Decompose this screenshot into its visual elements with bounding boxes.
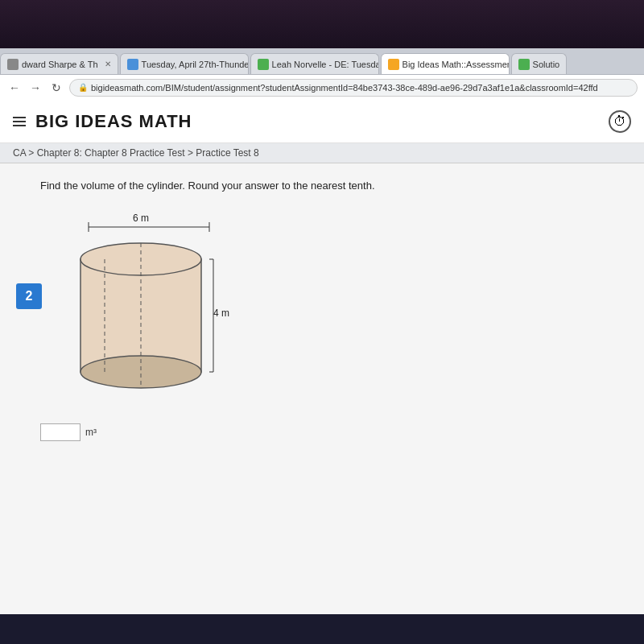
tab-3-icon [388,59,399,70]
answer-unit: m³ [85,427,97,438]
height-label: 4 m [213,308,229,319]
top-decorative-area [0,0,644,48]
tab-1-icon [127,59,138,70]
address-bar[interactable]: 🔒 bigideasmath.com/BIM/student/assignmen… [69,79,638,97]
cylinder-svg [72,235,233,396]
breadcrumb: CA > Chapter 8: Chapter 8 Practice Test … [0,143,644,163]
tab-4-label: Solutio [533,60,560,69]
lock-icon: 🔒 [78,83,88,92]
refresh-button[interactable]: ↻ [48,80,64,96]
breadcrumb-text: CA > Chapter 8: Chapter 8 Practice Test … [13,147,259,159]
tab-0[interactable]: dward Sharpe & Th ✕ [0,53,118,74]
timer-icon: ⏱ [609,110,631,133]
tab-4[interactable]: Solutio [511,53,568,74]
tab-3-label: Big Ideas Math::Assessment [402,60,510,69]
diameter-bracket-svg [80,211,225,235]
site-header: BIG IDEAS MATH ⏱ [0,100,644,143]
menu-icon[interactable] [13,117,26,126]
tab-0-label: dward Sharpe & Th [22,60,98,69]
tab-1-label: Tuesday, April 27th-Thunder [142,60,249,69]
diameter-label-area: 6 m [80,211,233,235]
tab-2-label: Leah Norvelle - DE: Tuesday [272,60,379,69]
browser-chrome: dward Sharpe & Th ✕ Tuesday, April 27th-… [0,48,644,100]
url-text: bigideasmath.com/BIM/student/assignment?… [91,83,598,93]
diagram-container: 2 6 m [24,211,620,399]
site-logo: BIG IDEAS MATH [35,111,192,132]
question-area: Find the volume of the cylinder. Round y… [0,163,644,614]
tab-4-icon [518,59,530,70]
diameter-label: 6 m [133,213,149,224]
back-button[interactable]: ← [6,80,23,96]
site-content: BIG IDEAS MATH ⏱ CA > Chapter 8: Chapter… [0,100,644,614]
question-badge: 2 [16,283,42,309]
tab-0-icon [7,59,19,70]
tab-bar: dward Sharpe & Th ✕ Tuesday, April 27th-… [0,48,644,74]
tab-0-close[interactable]: ✕ [105,60,111,68]
tab-2[interactable]: Leah Norvelle - DE: Tuesday ✕ [250,53,379,74]
tab-1[interactable]: Tuesday, April 27th-Thunder ✕ [120,53,249,74]
forward-button[interactable]: → [27,80,43,96]
tab-3[interactable]: Big Ideas Math::Assessment ✕ [381,53,510,74]
tab-2-icon [258,59,269,70]
address-bar-row: ← → ↻ 🔒 bigideasmath.com/BIM/student/ass… [0,74,644,100]
cylinder-wrapper: 6 m [72,211,233,399]
answer-input[interactable] [40,423,80,441]
answer-area: m³ [40,423,620,441]
question-instruction: Find the volume of the cylinder. Round y… [24,180,620,192]
